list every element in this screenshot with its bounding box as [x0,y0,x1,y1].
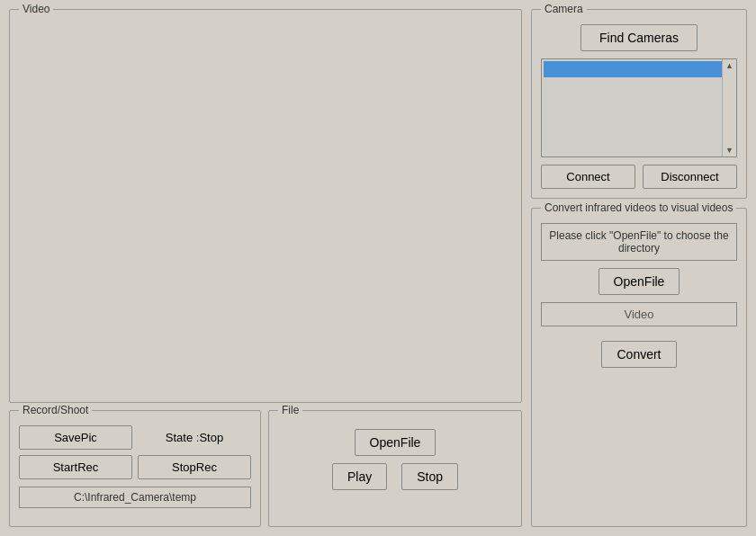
scrollbar-up-arrow[interactable]: ▲ [725,61,734,70]
camera-list[interactable]: ▲ ▼ [541,58,737,157]
video-display [19,24,512,393]
video-panel-title: Video [19,3,53,15]
convert-hint: Please click "OpenFile" to choose the di… [541,223,737,261]
start-rec-button[interactable]: StartRec [19,455,132,479]
record-shoot-title: Record/Shoot [19,404,92,416]
find-cameras-button[interactable]: Find Cameras [580,24,698,51]
play-button[interactable]: Play [332,463,387,490]
camera-panel: Camera Find Cameras ▲ ▼ Connect Disconne… [531,9,747,199]
connect-button[interactable]: Connect [541,165,635,189]
convert-panel: Convert infrared videos to visual videos… [531,208,747,527]
camera-panel-title: Camera [541,3,587,15]
camera-list-selected-item[interactable] [544,61,734,77]
convert-panel-title: Convert infrared videos to visual videos [541,201,736,214]
state-label: State : Stop [138,425,251,450]
camera-action-buttons: Connect Disconnect [541,165,737,189]
open-file-button[interactable]: OpenFile [355,429,436,456]
disconnect-button[interactable]: Disconnect [643,165,737,189]
file-panel-title: File [278,404,302,416]
save-pic-button[interactable]: SavePic [19,425,132,450]
file-panel: File OpenFile Play Stop [268,410,522,527]
convert-button[interactable]: Convert [601,341,676,368]
scrollbar-down-arrow[interactable]: ▼ [725,146,734,155]
convert-open-file-button[interactable]: OpenFile [598,268,680,295]
stop-button[interactable]: Stop [401,463,458,490]
record-shoot-panel: Record/Shoot SavePic State : Stop StartR… [9,410,261,527]
video-panel: Video [9,9,522,403]
path-display: C:\Infrared_Camera\temp [19,487,251,508]
convert-video-label: Video [541,302,737,326]
camera-list-container: ▲ ▼ [541,58,737,157]
stop-rec-button[interactable]: StopRec [138,455,251,479]
